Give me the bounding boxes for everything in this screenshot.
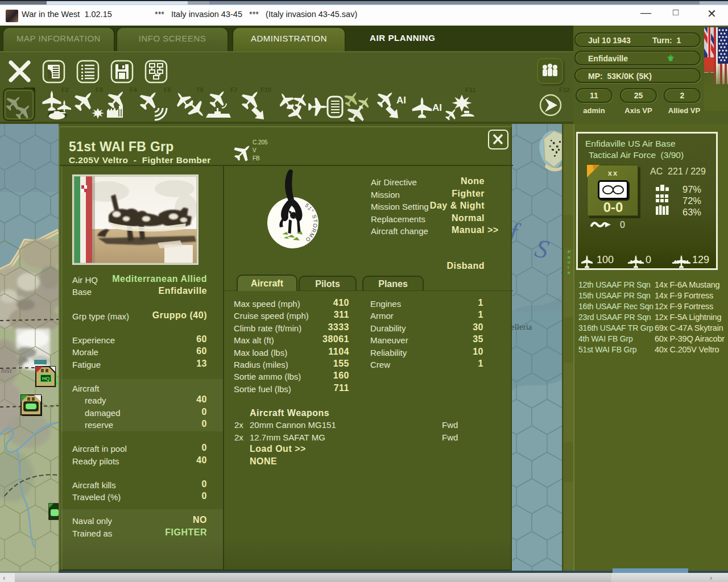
svg-text:a: a [568,255,570,260]
svg-text:F11: F11 [465,86,475,93]
svg-text:F4: F4 [130,86,138,93]
svg-text:T6: T6 [196,86,204,93]
svg-text:F7: F7 [230,86,238,93]
svg-text:AI: AI [396,95,406,106]
svg-text:nisi: nisi [1,366,12,375]
svg-text:F3: F3 [96,86,103,93]
svg-text:F5: F5 [164,86,171,93]
svg-text:elleria: elleria [512,322,532,331]
svg-text:e: e [568,270,570,275]
svg-text:HQ: HQ [42,376,50,381]
svg-text:AI: AI [432,102,442,113]
svg-text:P: P [568,250,570,255]
svg-text:F12: F12 [559,86,570,93]
svg-text:n: n [568,260,570,265]
svg-text:F10: F10 [260,86,271,93]
svg-text:F2: F2 [61,86,69,93]
